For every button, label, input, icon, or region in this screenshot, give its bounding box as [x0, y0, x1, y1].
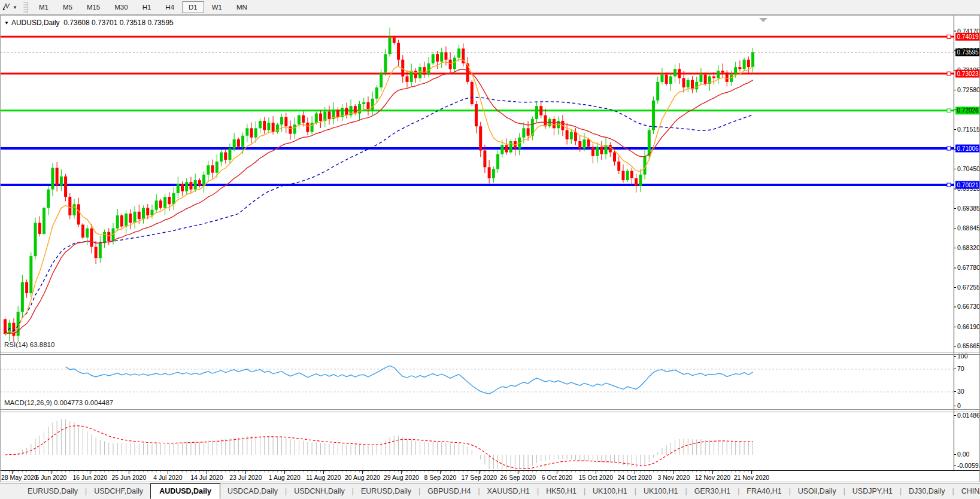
timeframe-button-H4[interactable]: H4 [159, 1, 181, 13]
tab-china300-h1[interactable]: CHINA300,H1 [954, 485, 980, 498]
date-tick-label: 20 Aug 2020 [345, 474, 380, 481]
tab-audusd-daily[interactable]: AUDUSD,Daily [150, 483, 220, 499]
timeframe-buttons: M1M5M15M30H1H4D1W1MN [32, 0, 254, 15]
collapse-caret-icon[interactable]: ▼ [4, 20, 9, 26]
tab-ger30-h1[interactable]: GER30,H1 [687, 485, 738, 498]
timeframe-button-M15[interactable]: M15 [80, 1, 107, 13]
level-handle-0.73023 [947, 72, 951, 75]
chart-shift-marker-icon [759, 18, 767, 22]
tab-eurusd-daily[interactable]: EURUSD,Daily [354, 485, 418, 498]
timeframe-button-H1[interactable]: H1 [136, 1, 158, 13]
date-tick-label: 11 Aug 2020 [306, 474, 341, 481]
ohlc-values: 0.73608 0.73701 0.73518 0.73595 [63, 19, 174, 27]
tab-usdcad-daily[interactable]: USDCAD,Daily [220, 485, 285, 498]
symbol-period-label: AUDUSD,Daily [11, 19, 60, 27]
date-tick-label: 8 Sep 2020 [424, 474, 457, 481]
chart-cursor-icon[interactable] [1, 2, 12, 13]
date-tick-label: 26 Sep 2020 [500, 474, 536, 481]
date-tick-label: 23 Jul 2020 [229, 474, 262, 481]
tab-hk50-h1[interactable]: HK50,H1 [539, 485, 584, 498]
rsi-name: RSI(14) [4, 341, 28, 348]
chart-tabs: EURUSD,Daily|USDCHF,DailyAUDUSD,DailyUSD… [20, 483, 980, 499]
date-tick-label: 1 Aug 2020 [269, 474, 301, 481]
date-tick-label: 16 Jun 2020 [72, 474, 107, 481]
macd-values: 0.004773 0.004487 [54, 399, 113, 406]
date-tick-label: 6 Jun 2020 [35, 474, 66, 481]
date-axis-group: 28 May 20206 Jun 202016 Jun 202025 Jun 2… [1, 471, 769, 481]
timeframe-button-M1[interactable]: M1 [32, 1, 55, 13]
price-tick-label: 0.66730 [957, 303, 980, 310]
price-tick-label: 0.69385 [957, 205, 980, 212]
level-handle-0.72026 [947, 109, 951, 112]
price-tick-label: 0.68845 [957, 224, 980, 232]
tab-eurusd-daily[interactable]: EURUSD,Daily [20, 485, 85, 498]
date-tick-label: 25 Jun 2020 [111, 474, 146, 481]
price-tick-label: 0.67780 [957, 264, 980, 271]
price-tag-0.70021: 0.70021 [957, 182, 979, 188]
price-tag-0.73023: 0.73023 [957, 71, 979, 77]
rsi-axis-label: 30 [957, 388, 964, 395]
tab-uk100-h1[interactable]: UK100,H1 [636, 485, 685, 498]
price-tick-label: 0.70450 [957, 165, 980, 172]
date-tick-label: 14 Jul 2020 [190, 474, 223, 481]
moving-averages-group [5, 59, 753, 334]
date-tick-label: 12 Nov 2020 [695, 474, 731, 481]
date-tick-label: 4 Jul 2020 [153, 474, 183, 481]
date-tick-label: 15 Oct 2020 [579, 474, 613, 481]
price-tick-label: 0.72580 [957, 86, 980, 93]
date-tick-label: 17 Sep 2020 [462, 474, 497, 481]
macd-axis-label: 0.00 [957, 451, 970, 458]
date-tick-label: 3 Nov 2020 [658, 474, 690, 481]
chart-title: ▼AUDUSD,Daily 0.73608 0.73701 0.73518 0.… [4, 19, 174, 27]
macd-name: MACD(12,26,9) [4, 399, 52, 406]
chart-cursor-glyph [2, 2, 11, 12]
macd-axis-label: 0.014861 [957, 412, 980, 419]
macd-axis-label: -0.005938 [957, 462, 980, 469]
price-chart-canvas[interactable]: 0.741700.736400.731050.725800.720450.715… [0, 15, 980, 483]
price-tick-label: 0.65665 [957, 342, 980, 349]
macd-panel-group: 0.0148610.00-0.005938 [5, 412, 980, 469]
chevron-down-icon[interactable]: ▼ [12, 5, 20, 10]
timeframe-button-MN[interactable]: MN [230, 1, 254, 13]
price-tag-0.71006: 0.71006 [957, 145, 979, 152]
price-tag-0.72026: 0.72026 [957, 107, 979, 114]
price-tick-label: 0.66190 [957, 323, 980, 330]
tab-fra40-h1[interactable]: FRA40,H1 [739, 485, 788, 498]
rsi-indicator-label: RSI(14) 63.8810 [4, 341, 54, 348]
timeframe-button-M5[interactable]: M5 [56, 1, 79, 13]
price-axis-group: 0.741700.736400.731050.725800.720450.715… [954, 28, 980, 350]
timeframe-button-M30[interactable]: M30 [108, 1, 134, 13]
rsi-axis-label: 0 [957, 402, 961, 409]
timeframe-button-D1[interactable]: D1 [182, 1, 204, 13]
timeframe-button-W1[interactable]: W1 [205, 1, 229, 13]
date-tick-label: 6 Oct 2020 [542, 474, 573, 481]
chart-tabs-bar: EURUSD,Daily|USDCHF,DailyAUDUSD,DailyUSD… [0, 483, 980, 499]
date-tick-label: 29 Aug 2020 [384, 474, 419, 481]
price-tick-label: 0.67255 [957, 284, 980, 291]
price-tag-0.74019: 0.74019 [957, 34, 979, 40]
tab-xauusd-h1[interactable]: XAUUSD,H1 [480, 485, 538, 498]
level-handle-0.70021 [947, 183, 951, 187]
rsi-panel-group: 10070300 [0, 352, 968, 409]
current-price-tag: 0.73595 [957, 49, 979, 56]
macd-indicator-label: MACD(12,26,9) 0.004773 0.004487 [4, 399, 113, 406]
tab-uk100-h1[interactable]: UK100,H1 [585, 485, 635, 498]
rsi-value: 63.8810 [30, 341, 55, 348]
toolbar-grip [23, 2, 28, 13]
rsi-line [66, 366, 753, 394]
price-tick-label: 0.71515 [957, 126, 980, 133]
date-tick-label: 24 Oct 2020 [618, 474, 652, 481]
tab-usdcnh-daily[interactable]: USDCNH,Daily [287, 485, 352, 498]
tab-usdchf-daily[interactable]: USDCHF,Daily [87, 485, 150, 498]
tab-dj30-daily[interactable]: DJ30,Daily [902, 485, 952, 498]
chart-window: 0.741700.736400.731050.725800.720450.715… [0, 15, 980, 483]
tab-gbpusd-h4[interactable]: GBPUSD,H4 [420, 485, 478, 498]
date-tick-label: 28 May 2020 [1, 474, 38, 481]
ma-8-line [5, 59, 753, 334]
tab-usoil-daily[interactable]: USOil,Daily [791, 485, 844, 498]
tab-usdjpy-h1[interactable]: USDJPY,H1 [845, 485, 900, 498]
price-tick-label: 0.68320 [957, 244, 980, 251]
rsi-axis-label: 70 [957, 365, 964, 372]
panel-frames-group [0, 15, 980, 482]
top-toolbar: ▼ M1M5M15M30H1H4D1W1MN [0, 0, 980, 15]
